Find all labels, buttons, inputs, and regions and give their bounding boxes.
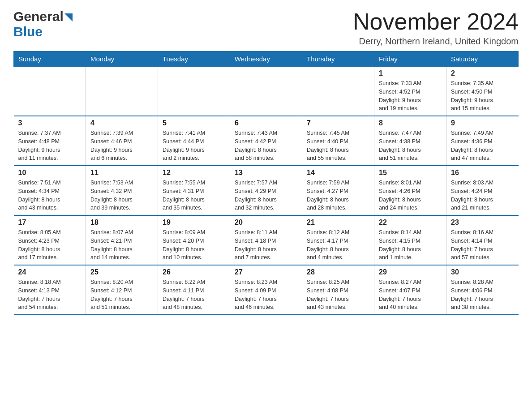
calendar-cell: 21Sunrise: 8:12 AM Sunset: 4:17 PM Dayli… [302, 215, 374, 265]
day-number: 14 [307, 169, 369, 177]
col-thursday: Thursday [302, 51, 374, 67]
day-info: Sunrise: 8:28 AM Sunset: 4:06 PM Dayligh… [451, 278, 514, 312]
calendar-cell: 2Sunrise: 7:35 AM Sunset: 4:50 PM Daylig… [446, 67, 519, 116]
day-number: 23 [451, 218, 514, 227]
calendar-cell: 14Sunrise: 7:59 AM Sunset: 4:27 PM Dayli… [302, 166, 374, 215]
day-number: 7 [307, 119, 369, 127]
title-block: November 2024 Derry, Northern Ireland, U… [353, 9, 519, 47]
calendar-header-row: Sunday Monday Tuesday Wednesday Thursday… [14, 51, 519, 67]
day-info: Sunrise: 7:49 AM Sunset: 4:36 PM Dayligh… [451, 129, 514, 163]
calendar-cell: 12Sunrise: 7:55 AM Sunset: 4:31 PM Dayli… [158, 166, 230, 215]
day-info: Sunrise: 8:07 AM Sunset: 4:21 PM Dayligh… [90, 228, 153, 262]
logo-blue: Blue [13, 24, 43, 39]
day-info: Sunrise: 7:47 AM Sunset: 4:38 PM Dayligh… [379, 129, 442, 163]
day-number: 17 [18, 218, 82, 227]
day-info: Sunrise: 7:59 AM Sunset: 4:27 PM Dayligh… [307, 179, 369, 212]
calendar-cell: 23Sunrise: 8:16 AM Sunset: 4:14 PM Dayli… [446, 215, 519, 265]
day-info: Sunrise: 7:45 AM Sunset: 4:40 PM Dayligh… [307, 129, 369, 163]
calendar-cell: 22Sunrise: 8:14 AM Sunset: 4:15 PM Dayli… [374, 215, 446, 265]
day-number: 15 [379, 169, 442, 177]
calendar-cell: 19Sunrise: 8:09 AM Sunset: 4:20 PM Dayli… [158, 215, 230, 265]
day-info: Sunrise: 8:18 AM Sunset: 4:13 PM Dayligh… [18, 278, 82, 312]
day-info: Sunrise: 8:09 AM Sunset: 4:20 PM Dayligh… [163, 228, 225, 262]
day-number: 3 [18, 119, 82, 127]
day-number: 21 [307, 218, 369, 227]
calendar-cell: 26Sunrise: 8:22 AM Sunset: 4:11 PM Dayli… [158, 265, 230, 315]
calendar-cell: 10Sunrise: 7:51 AM Sunset: 4:34 PM Dayli… [14, 166, 86, 215]
day-number: 4 [90, 119, 153, 127]
day-number: 27 [235, 268, 297, 276]
day-info: Sunrise: 7:37 AM Sunset: 4:48 PM Dayligh… [18, 129, 82, 163]
day-number: 29 [379, 268, 442, 276]
calendar-cell: 4Sunrise: 7:39 AM Sunset: 4:46 PM Daylig… [86, 116, 158, 166]
day-info: Sunrise: 8:16 AM Sunset: 4:14 PM Dayligh… [451, 228, 514, 262]
location: Derry, Northern Ireland, United Kingdom [353, 36, 519, 47]
day-info: Sunrise: 8:27 AM Sunset: 4:07 PM Dayligh… [379, 278, 442, 312]
day-info: Sunrise: 8:14 AM Sunset: 4:15 PM Dayligh… [379, 228, 442, 262]
day-info: Sunrise: 8:05 AM Sunset: 4:23 PM Dayligh… [18, 228, 82, 262]
day-number: 9 [451, 119, 514, 127]
day-info: Sunrise: 7:55 AM Sunset: 4:31 PM Dayligh… [163, 179, 225, 212]
day-info: Sunrise: 8:20 AM Sunset: 4:12 PM Dayligh… [90, 278, 153, 312]
calendar-cell: 24Sunrise: 8:18 AM Sunset: 4:13 PM Dayli… [14, 265, 86, 315]
day-info: Sunrise: 7:35 AM Sunset: 4:50 PM Dayligh… [451, 79, 514, 113]
day-number: 1 [379, 69, 442, 77]
calendar-cell: 16Sunrise: 8:03 AM Sunset: 4:24 PM Dayli… [446, 166, 519, 215]
day-info: Sunrise: 8:22 AM Sunset: 4:11 PM Dayligh… [163, 278, 225, 312]
day-number: 30 [451, 268, 514, 276]
day-info: Sunrise: 7:51 AM Sunset: 4:34 PM Dayligh… [18, 179, 82, 212]
calendar-cell [230, 67, 302, 116]
calendar-cell: 18Sunrise: 8:07 AM Sunset: 4:21 PM Dayli… [86, 215, 158, 265]
calendar-cell: 27Sunrise: 8:23 AM Sunset: 4:09 PM Dayli… [230, 265, 302, 315]
calendar-week-3: 10Sunrise: 7:51 AM Sunset: 4:34 PM Dayli… [14, 166, 519, 215]
day-number: 11 [90, 169, 153, 177]
day-number: 25 [90, 268, 153, 276]
calendar-week-1: 1Sunrise: 7:33 AM Sunset: 4:52 PM Daylig… [14, 67, 519, 116]
day-number: 18 [90, 218, 153, 227]
calendar-cell: 7Sunrise: 7:45 AM Sunset: 4:40 PM Daylig… [302, 116, 374, 166]
day-info: Sunrise: 7:53 AM Sunset: 4:32 PM Dayligh… [90, 179, 153, 212]
day-info: Sunrise: 7:41 AM Sunset: 4:44 PM Dayligh… [163, 129, 225, 163]
day-info: Sunrise: 8:12 AM Sunset: 4:17 PM Dayligh… [307, 228, 369, 262]
calendar-week-5: 24Sunrise: 8:18 AM Sunset: 4:13 PM Dayli… [14, 265, 519, 315]
day-number: 5 [163, 119, 225, 127]
day-info: Sunrise: 8:23 AM Sunset: 4:09 PM Dayligh… [235, 278, 297, 312]
calendar-cell: 15Sunrise: 8:01 AM Sunset: 4:26 PM Dayli… [374, 166, 446, 215]
col-wednesday: Wednesday [230, 51, 302, 67]
day-number: 20 [235, 218, 297, 227]
day-number: 6 [235, 119, 297, 127]
calendar-cell: 6Sunrise: 7:43 AM Sunset: 4:42 PM Daylig… [230, 116, 302, 166]
day-info: Sunrise: 7:33 AM Sunset: 4:52 PM Dayligh… [379, 79, 442, 113]
calendar-cell: 11Sunrise: 7:53 AM Sunset: 4:32 PM Dayli… [86, 166, 158, 215]
day-number: 19 [163, 218, 225, 227]
calendar-cell: 30Sunrise: 8:28 AM Sunset: 4:06 PM Dayli… [446, 265, 519, 315]
day-info: Sunrise: 8:25 AM Sunset: 4:08 PM Dayligh… [307, 278, 369, 312]
day-number: 12 [163, 169, 225, 177]
calendar-cell [302, 67, 374, 116]
calendar-cell: 20Sunrise: 8:11 AM Sunset: 4:18 PM Dayli… [230, 215, 302, 265]
calendar-week-4: 17Sunrise: 8:05 AM Sunset: 4:23 PM Dayli… [14, 215, 519, 265]
calendar-cell: 17Sunrise: 8:05 AM Sunset: 4:23 PM Dayli… [14, 215, 86, 265]
col-sunday: Sunday [14, 51, 86, 67]
day-number: 22 [379, 218, 442, 227]
col-friday: Friday [374, 51, 446, 67]
calendar-cell: 29Sunrise: 8:27 AM Sunset: 4:07 PM Dayli… [374, 265, 446, 315]
calendar-cell [86, 67, 158, 116]
col-saturday: Saturday [446, 51, 519, 67]
day-info: Sunrise: 8:01 AM Sunset: 4:26 PM Dayligh… [379, 179, 442, 212]
day-number: 10 [18, 169, 82, 177]
month-title: November 2024 [353, 9, 519, 34]
calendar-cell: 9Sunrise: 7:49 AM Sunset: 4:36 PM Daylig… [446, 116, 519, 166]
calendar-cell: 25Sunrise: 8:20 AM Sunset: 4:12 PM Dayli… [86, 265, 158, 315]
page-header: General Blue November 2024 Derry, Northe… [13, 9, 519, 47]
day-number: 16 [451, 169, 514, 177]
day-info: Sunrise: 7:39 AM Sunset: 4:46 PM Dayligh… [90, 129, 153, 163]
calendar-cell: 1Sunrise: 7:33 AM Sunset: 4:52 PM Daylig… [374, 67, 446, 116]
day-info: Sunrise: 8:11 AM Sunset: 4:18 PM Dayligh… [235, 228, 297, 262]
day-number: 28 [307, 268, 369, 276]
day-number: 8 [379, 119, 442, 127]
calendar-table: Sunday Monday Tuesday Wednesday Thursday… [13, 51, 519, 315]
calendar-cell [14, 67, 86, 116]
calendar-cell: 13Sunrise: 7:57 AM Sunset: 4:29 PM Dayli… [230, 166, 302, 215]
day-info: Sunrise: 7:57 AM Sunset: 4:29 PM Dayligh… [235, 179, 297, 212]
